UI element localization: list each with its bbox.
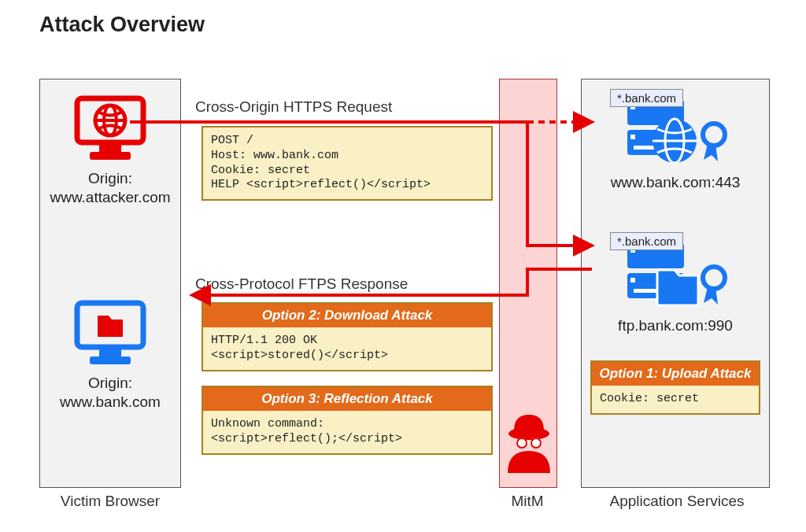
svg-point-23 <box>703 124 725 146</box>
svg-rect-18 <box>630 135 635 139</box>
victim-panel: Origin: www.attacker.com Origin: www.ban… <box>39 79 181 488</box>
request-flow-label: Cross-Origin HTTPS Request <box>195 98 392 116</box>
option1-header: Option 1: Upload Attack <box>592 362 759 386</box>
mitm-panel <box>499 79 557 488</box>
attacker-browser-block: Origin: www.attacker.com <box>40 95 180 207</box>
option3-body: Unknown command: <script>reflect();</scr… <box>203 411 491 453</box>
option2-body: HTTP/1.1 200 OK <script>stored()</script… <box>203 327 491 370</box>
origin-label-2: Origin: www.bank.com <box>60 374 161 412</box>
computer-globe-icon <box>72 95 148 164</box>
services-panel: *.bank.com www.bank.com:443 *.bank.com f… <box>581 79 770 488</box>
https-request-body: POST / Host: www.bank.com Cookie: secret… <box>203 127 491 199</box>
computer-folder-icon <box>72 300 148 369</box>
svg-rect-1 <box>99 144 121 152</box>
page-title: Attack Overview <box>39 13 205 37</box>
svg-rect-27 <box>630 278 635 283</box>
spy-icon <box>505 412 553 475</box>
server2-label: ftp.bank.com:990 <box>618 317 733 334</box>
option1-body: Cookie: secret <box>592 386 759 413</box>
svg-point-29 <box>703 267 725 289</box>
cert-domain-1: *.bank.com <box>610 89 683 107</box>
victim-caption: Victim Browser <box>31 493 189 510</box>
https-request-box: POST / Host: www.bank.com Cookie: secret… <box>202 126 493 201</box>
response-flow-label: Cross-Protocol FTPS Response <box>195 275 408 293</box>
svg-rect-2 <box>90 152 131 160</box>
svg-rect-8 <box>90 357 131 364</box>
option3-box: Option 3: Reflection Attack Unknown comm… <box>202 386 493 455</box>
option3-header: Option 3: Reflection Attack <box>203 387 491 411</box>
option2-header: Option 2: Download Attack <box>203 304 491 327</box>
svg-rect-7 <box>99 349 121 357</box>
server1-label: www.bank.com:443 <box>611 174 741 191</box>
services-caption: Application Services <box>582 493 771 510</box>
origin-label-1: Origin: www.attacker.com <box>50 169 170 207</box>
option2-box: Option 2: Download Attack HTTP/1.1 200 O… <box>202 302 493 371</box>
cert-domain-2: *.bank.com <box>610 232 683 250</box>
option1-box: Option 1: Upload Attack Cookie: secret <box>590 360 760 415</box>
https-server: *.bank.com www.bank.com:443 <box>582 92 769 191</box>
bank-browser-block: Origin: www.bank.com <box>40 300 180 412</box>
ftps-server: *.bank.com ftp.bank.com:990 <box>582 235 769 334</box>
